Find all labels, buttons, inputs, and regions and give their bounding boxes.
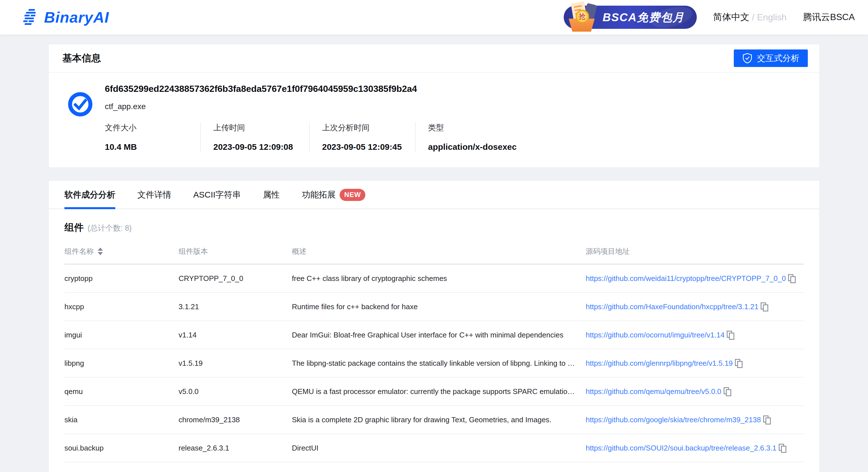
components-count: (总计个数: 8) [88,223,132,233]
copy-icon[interactable] [788,274,795,283]
tab[interactable]: 属性 [263,181,280,209]
bsca-promo-badge[interactable]: 抢 BSCA免费包月 [564,6,697,29]
component-summary: DirectUI [292,444,586,452]
component-name: libpng [64,359,179,368]
component-version: v5.0.0 [179,387,292,396]
file-name: ctf_app.exe [105,102,806,111]
components-title: 组件 [64,221,84,234]
component-version: v1.5.19 [179,359,292,368]
component-url-cell: https://github.com/qemu/qemu/tree/v5.0.0 [586,387,804,396]
table-header-row: 组件名称 组件版本 概述 源码项目地址 [64,241,804,265]
component-url-cell: https://github.com/glennrp/libpng/tree/v… [586,359,804,368]
components-table: 组件名称 组件版本 概述 源码项目地址 cryptopp CRYPTOPP_7_… [64,241,804,472]
component-summary: QEMU is a fast processor emulator: curre… [292,387,586,396]
tencent-cloud-bsca-link[interactable]: 腾讯云BSCA [803,11,855,24]
component-version: chrome/m39_2138 [179,415,292,424]
component-summary: Runtime files for c++ backend for haxe [292,302,586,311]
stat-label: 文件大小 [105,122,189,133]
analysis-success-icon [68,92,92,116]
tab-bar: 软件成分分析 文件详情 ASCII字符串 属性 [49,181,819,209]
file-stats: 文件大小 10.4 MB 上传时间 2023-09-05 12:09:08 上次… [105,122,806,152]
table-row: zlib v1.2.5 The zlib-static package incl… [64,462,804,472]
component-repo-link[interactable]: https://github.com/ocornut/imgui/tree/v1… [586,331,724,340]
stat-value: 2023-09-05 12:09:08 [213,142,298,152]
table-row: soui.backup release_2.6.3.1 DirectUI htt… [64,434,804,462]
tab-label: ASCII字符串 [193,189,241,201]
components-section-header: 组件 (总计个数: 8) [49,209,819,234]
component-url-cell: https://github.com/weidai11/cryptopp/tre… [586,274,804,283]
component-summary: free C++ class library of cryptographic … [292,274,586,283]
stat-label: 上传时间 [213,122,298,133]
copy-icon[interactable] [779,444,786,452]
lang-option-zh[interactable]: 简体中文 [713,11,749,24]
interactive-analysis-label: 交互式分析 [757,53,799,64]
component-url-cell: https://github.com/SOUI2/soui.backup/tre… [586,444,804,452]
analysis-card: 软件成分分析 文件详情 ASCII字符串 属性 [49,181,819,472]
interactive-analysis-button[interactable]: 交互式分析 [734,50,808,67]
stat-item: 上次分析时间 2023-09-05 12:09:45 [309,122,415,152]
col-header-name-label: 组件名称 [64,246,94,256]
component-name: cryptopp [64,274,179,283]
stat-value: application/x-dosexec [428,142,517,152]
col-header-url: 源码项目地址 [586,246,804,256]
shield-icon [742,53,752,64]
stat-value: 10.4 MB [105,142,189,152]
navbar-right-group: 抢 BSCA免费包月 简体中文 / English 腾讯云BSCA [564,6,855,29]
tab[interactable]: 功能拓展 NEW [302,181,365,209]
binaryai-logo-icon [22,9,39,26]
component-repo-link[interactable]: https://github.com/qemu/qemu/tree/v5.0.0 [586,387,721,396]
basic-info-card: 基本信息 交互式分析 6fd635299ed22438857362f6b3fa8… [49,45,819,167]
copy-icon[interactable] [724,387,731,396]
tab-label: 软件成分分析 [64,189,115,201]
table-body: cryptopp CRYPTOPP_7_0_0 free C++ class l… [64,265,804,472]
table-row: hxcpp 3.1.21 Runtime files for c++ backe… [64,293,804,321]
page-content: 基本信息 交互式分析 6fd635299ed22438857362f6b3fa8… [0,34,868,472]
lang-option-en[interactable]: English [757,12,786,23]
file-hash: 6fd635299ed22438857362f6b3fa8eda5767e1f0… [105,84,806,94]
copy-icon[interactable] [763,415,771,424]
file-info-block: 6fd635299ed22438857362f6b3fa8eda5767e1f0… [105,83,806,152]
stat-label: 类型 [428,122,517,133]
component-url-cell: https://github.com/google/skia/tree/chro… [586,415,804,424]
component-version: 3.1.21 [179,302,292,311]
basic-info-header: 基本信息 交互式分析 [49,45,819,72]
component-repo-link[interactable]: https://github.com/SOUI2/soui.backup/tre… [586,444,776,452]
tab[interactable]: 软件成分分析 [64,181,115,209]
sort-icon[interactable] [98,247,103,255]
component-url-cell: https://github.com/ocornut/imgui/tree/v1… [586,331,804,340]
table-row: libpng v1.5.19 The libpng-static package… [64,349,804,378]
stat-value: 2023-09-05 12:09:45 [322,142,404,152]
lang-separator: / [752,12,754,23]
tab[interactable]: ASCII字符串 [193,181,241,209]
col-header-version: 组件版本 [179,246,292,256]
stat-item: 文件大小 10.4 MB [105,122,200,152]
component-repo-link[interactable]: https://github.com/google/skia/tree/chro… [586,415,761,424]
top-navbar: BinaryAI 抢 BSCA免费包月 简体中文 / English 腾讯云BS… [0,0,868,34]
component-repo-link[interactable]: https://github.com/HaxeFoundation/hxcpp/… [586,302,758,311]
logo-text: BinaryAI [44,8,109,26]
promo-label: BSCA免费包月 [603,10,684,25]
binaryai-logo[interactable]: BinaryAI [22,8,109,26]
tab-label: 功能拓展 [302,189,336,201]
table-row: cryptopp CRYPTOPP_7_0_0 free C++ class l… [64,265,804,293]
tab[interactable]: 文件详情 [137,181,171,209]
component-repo-link[interactable]: https://github.com/glennrp/libpng/tree/v… [586,359,733,368]
gift-box-icon: 抢 [565,2,601,32]
component-name: skia [64,415,179,424]
stat-item: 上传时间 2023-09-05 12:09:08 [200,122,309,152]
component-version: v1.14 [179,331,292,340]
component-version: release_2.6.3.1 [179,444,292,452]
table-row: imgui v1.14 Dear ImGui: Bloat-free Graph… [64,321,804,349]
component-summary: Skia is a complete 2D graphic library fo… [292,415,586,424]
component-name: soui.backup [64,444,179,452]
stat-label: 上次分析时间 [322,122,404,133]
coin-icon: 抢 [576,10,589,23]
stat-item: 类型 application/x-dosexec [415,122,528,152]
col-header-name: 组件名称 [64,246,179,256]
component-repo-link[interactable]: https://github.com/weidai11/cryptopp/tre… [586,274,786,283]
basic-info-title: 基本信息 [62,52,101,65]
copy-icon[interactable] [727,331,734,339]
component-summary: Dear ImGui: Bloat-free Graphical User in… [292,331,586,340]
copy-icon[interactable] [735,359,742,367]
copy-icon[interactable] [761,302,768,311]
